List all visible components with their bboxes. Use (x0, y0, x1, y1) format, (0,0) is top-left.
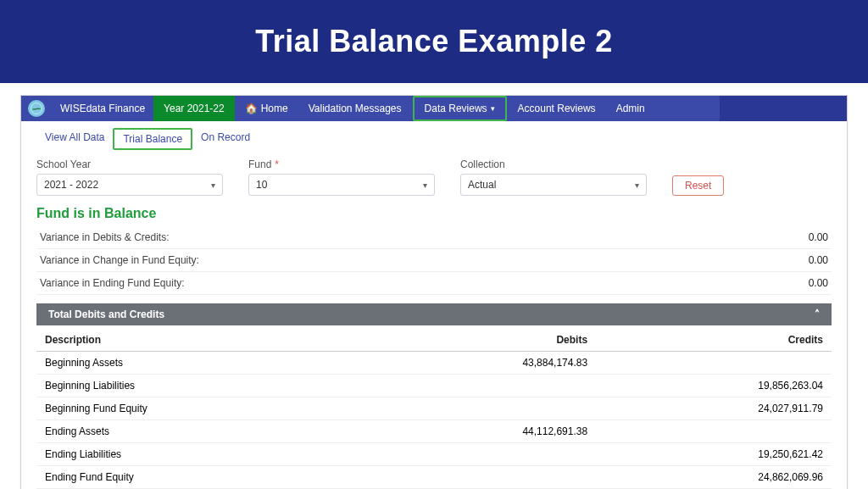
variance-row: Variance in Change in Fund Equity: 0.00 (36, 249, 832, 272)
nav-data-reviews[interactable]: Data Reviews ▾ (413, 96, 507, 121)
section-bar-label: Total Debits and Credits (48, 308, 164, 320)
nav-admin[interactable]: Admin (606, 96, 655, 121)
cell-debits: 44,112,691.38 (403, 425, 613, 437)
cell-description: Beginning Liabilities (45, 380, 403, 392)
nav-brand: WISEdata Finance (52, 96, 153, 121)
cell-credits (613, 357, 823, 369)
app-window: WISEdata Finance Year 2021-22 🏠 Home Val… (20, 95, 848, 489)
page-title-band: Trial Balance Example 2 (0, 0, 868, 83)
fund-label: Fund* (248, 158, 435, 170)
chevron-down-icon: ▾ (211, 181, 215, 190)
cell-credits: 24,027,911.79 (613, 403, 823, 414)
tab-on-record[interactable]: On Record (192, 128, 259, 150)
nav-year-label: Year 2021-22 (164, 96, 225, 121)
home-icon: 🏠 (245, 96, 258, 121)
variance-label: Variance in Change in Fund Equity: (40, 254, 199, 266)
chevron-down-icon: ▾ (423, 181, 427, 190)
cell-debits (403, 403, 613, 414)
fund-value: 10 (256, 179, 267, 191)
cell-credits (613, 425, 823, 437)
nav-home[interactable]: 🏠 Home (235, 96, 298, 121)
reset-button[interactable]: Reset (672, 175, 724, 196)
cell-description: Beginning Fund Equity (45, 403, 403, 414)
school-year-select[interactable]: 2021 - 2022 ▾ (36, 174, 223, 196)
cell-description: Ending Fund Equity (45, 471, 403, 483)
variance-label: Variance in Ending Fund Equity: (40, 277, 185, 289)
table-row: Ending Liabilities 19,250,621.42 (36, 443, 832, 466)
filter-collection-group: Collection Actual ▾ (460, 158, 647, 196)
col-credits: Credits (613, 334, 823, 346)
chevron-up-icon: ˄ (815, 308, 820, 320)
cell-credits: 24,862,069.96 (613, 471, 823, 483)
table-row: Ending Assets 44,112,691.38 (36, 420, 832, 443)
nav-validation-messages[interactable]: Validation Messages (298, 96, 412, 121)
cell-debits (403, 471, 613, 483)
chevron-down-icon: ▾ (491, 97, 495, 119)
school-year-label: School Year (36, 158, 223, 170)
content-area: Fund is in Balance Variance in Debits & … (21, 204, 847, 489)
filter-fund-group: Fund* 10 ▾ (248, 158, 435, 196)
cell-description: Ending Liabilities (45, 448, 403, 460)
required-asterisk: * (275, 158, 279, 170)
cell-credits: 19,250,621.42 (613, 448, 823, 460)
col-description: Description (45, 334, 403, 346)
sub-tabs: View All Data Trial Balance On Record (21, 121, 847, 155)
nav-account-reviews-label: Account Reviews (518, 96, 596, 121)
variance-value: 0.00 (809, 277, 828, 289)
variance-row: Variance in Ending Fund Equity: 0.00 (36, 272, 832, 295)
fund-label-text: Fund (248, 158, 271, 170)
debits-credits-table: Description Debits Credits Beginning Ass… (36, 329, 832, 489)
tab-trial-balance[interactable]: Trial Balance (113, 128, 192, 150)
variance-label: Variance in Debits & Credits: (40, 231, 170, 243)
table-row: Beginning Assets 43,884,174.83 (36, 352, 832, 375)
cell-description: Ending Assets (45, 425, 403, 437)
variance-list: Variance in Debits & Credits: 0.00 Varia… (33, 226, 835, 295)
table-row: Beginning Fund Equity 24,027,911.79 (36, 397, 832, 420)
nav-dark-spacer (720, 96, 847, 121)
nav-admin-label: Admin (616, 96, 645, 121)
collection-value: Actual (468, 179, 496, 191)
table-row: Beginning Liabilities 19,856,263.04 (36, 375, 832, 397)
table-row: Ending Fund Equity 24,862,069.96 (36, 466, 832, 489)
section-bar-total-debits-credits[interactable]: Total Debits and Credits ˄ (36, 303, 832, 325)
top-nav: WISEdata Finance Year 2021-22 🏠 Home Val… (21, 96, 847, 121)
cell-debits (403, 448, 613, 460)
table-header-row: Description Debits Credits (36, 329, 832, 352)
collection-label: Collection (460, 158, 647, 170)
variance-value: 0.00 (809, 231, 828, 243)
logo-icon (28, 100, 45, 117)
nav-home-label: Home (261, 96, 288, 121)
variance-value: 0.00 (809, 254, 828, 266)
cell-debits (403, 380, 613, 392)
filter-school-year-group: School Year 2021 - 2022 ▾ (36, 158, 223, 196)
nav-year[interactable]: Year 2021-22 (153, 96, 235, 121)
tab-view-all-data[interactable]: View All Data (36, 128, 113, 150)
cell-credits: 19,856,263.04 (613, 380, 823, 392)
fund-select[interactable]: 10 ▾ (248, 174, 435, 196)
chevron-down-icon: ▾ (635, 181, 639, 190)
balance-status-heading: Fund is in Balance (33, 204, 835, 226)
variance-row: Variance in Debits & Credits: 0.00 (36, 226, 832, 249)
collection-select[interactable]: Actual ▾ (460, 174, 647, 196)
cell-description: Beginning Assets (45, 357, 403, 369)
col-debits: Debits (403, 334, 613, 346)
page-title: Trial Balance Example 2 (255, 24, 613, 59)
nav-validation-label: Validation Messages (309, 96, 402, 121)
nav-account-reviews[interactable]: Account Reviews (508, 96, 606, 121)
nav-data-reviews-label: Data Reviews (425, 97, 487, 119)
filter-row: School Year 2021 - 2022 ▾ Fund* 10 ▾ Col… (21, 155, 847, 204)
school-year-value: 2021 - 2022 (44, 179, 98, 191)
cell-debits: 43,884,174.83 (403, 357, 613, 369)
